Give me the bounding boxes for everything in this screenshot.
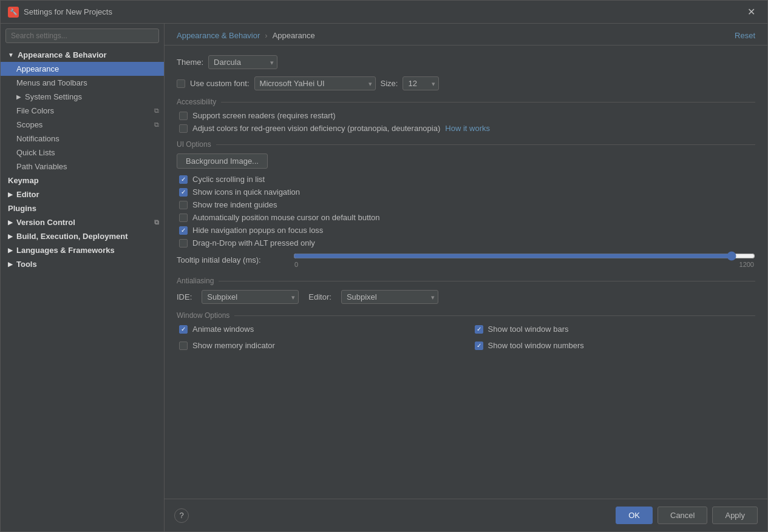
sidebar-item-editor[interactable]: ▶ Editor (1, 187, 164, 201)
hide-nav-popups-label: Hide navigation popups on focus loss (192, 226, 323, 235)
tooltip-label: Tooltip initial delay (ms): (177, 255, 286, 264)
sidebar-item-languages-frameworks[interactable]: ▶ Languages & Frameworks (1, 243, 164, 257)
show-tool-numbers-label: Show tool window numbers (488, 341, 584, 350)
font-dropdown[interactable]: Microsoft YaHei UI Arial Segoe UI (254, 76, 376, 90)
show-icons-nav-checkbox[interactable] (179, 188, 188, 197)
arrow-icon: ▶ (8, 233, 13, 240)
ide-dropdown-wrapper: Subpixel Greyscale No antialiasing (202, 290, 299, 304)
sidebar-item-system-settings[interactable]: ▶ System Settings (1, 90, 164, 104)
auto-mouse-label: Automatically position mouse cursor on d… (192, 213, 380, 222)
sidebar-item-scopes[interactable]: Scopes ⧉ (1, 118, 164, 132)
breadcrumb-separator: › (265, 31, 267, 40)
animate-windows-checkbox[interactable] (179, 325, 188, 334)
hide-nav-popups-row: Hide navigation popups on focus loss (177, 226, 755, 235)
show-icons-nav-label: Show icons in quick navigation (192, 187, 300, 197)
copy-icon: ⧉ (154, 218, 159, 226)
font-dropdown-wrapper: Microsoft YaHei UI Arial Segoe UI (254, 76, 376, 90)
ok-button[interactable]: OK (616, 507, 653, 524)
arrow-icon: ▶ (8, 261, 13, 268)
bottom-bar: ? OK Cancel Apply (165, 499, 767, 531)
sidebar-item-keymap[interactable]: Keymap (1, 173, 164, 187)
accessibility-section-label: Accessibility (177, 98, 755, 106)
help-button[interactable]: ? (174, 508, 189, 523)
panel-header: Appearance & Behavior › Appearance Reset (165, 24, 767, 45)
hide-nav-popups-checkbox[interactable] (179, 226, 188, 235)
editor-dropdown[interactable]: Subpixel Greyscale No antialiasing (341, 290, 438, 304)
drag-drop-alt-checkbox[interactable] (179, 239, 188, 247)
color-deficiency-checkbox[interactable] (179, 124, 188, 133)
main-window: 🔧 Settings for New Projects ✕ ▼ Appearan… (0, 0, 768, 532)
screen-readers-row: Support screen readers (requires restart… (177, 111, 755, 120)
color-deficiency-row: Adjust colors for red-green vision defic… (177, 124, 755, 133)
sidebar-item-build-execution[interactable]: ▶ Build, Execution, Deployment (1, 229, 164, 243)
cyclic-scroll-row: Cyclic scrolling in list (177, 175, 755, 184)
close-button[interactable]: ✕ (743, 4, 760, 20)
size-dropdown-wrapper: 12 10 11 13 14 (403, 76, 439, 90)
size-dropdown[interactable]: 12 10 11 13 14 (403, 76, 439, 90)
tooltip-slider-section: Tooltip initial delay (ms): 0 1200 (177, 251, 755, 268)
drag-drop-alt-label: Drag-n-Drop with ALT pressed only (192, 238, 315, 247)
cancel-button[interactable]: Cancel (658, 507, 707, 524)
how-it-works-link[interactable]: How it works (445, 124, 490, 133)
breadcrumb-parent[interactable]: Appearance & Behavior (177, 31, 260, 40)
window-title: Settings for New Projects (24, 7, 743, 16)
show-memory-row: Show memory indicator (177, 341, 460, 350)
tree-indent-checkbox[interactable] (179, 201, 188, 209)
show-memory-checkbox[interactable] (179, 342, 188, 350)
theme-row: Theme: Darcula IntelliJ High Contrast (177, 55, 755, 69)
sidebar: ▼ Appearance & Behavior Appearance Menus… (1, 24, 165, 531)
background-image-button[interactable]: Background Image... (177, 153, 268, 169)
search-input[interactable] (5, 29, 159, 43)
cyclic-scroll-label: Cyclic scrolling in list (192, 175, 265, 184)
tooltip-slider[interactable] (293, 251, 755, 261)
show-tool-bars-row: Show tool window bars (472, 325, 756, 334)
right-panel: Appearance & Behavior › Appearance Reset… (165, 24, 767, 531)
reset-button[interactable]: Reset (735, 31, 755, 40)
drag-drop-alt-row: Drag-n-Drop with ALT pressed only (177, 238, 755, 247)
sidebar-item-tools[interactable]: ▶ Tools (1, 257, 164, 271)
sidebar-item-appearance-behavior[interactable]: ▼ Appearance & Behavior (1, 48, 164, 62)
sidebar-item-plugins[interactable]: Plugins (1, 201, 164, 215)
sidebar-item-appearance[interactable]: Appearance (1, 62, 164, 76)
slider-ticks: 0 1200 (293, 261, 755, 268)
ide-dropdown[interactable]: Subpixel Greyscale No antialiasing (202, 290, 299, 304)
show-tool-bars-checkbox[interactable] (475, 325, 483, 334)
ui-options-section-label: UI Options (177, 140, 755, 149)
app-icon: 🔧 (8, 7, 19, 18)
animate-windows-row: Animate windows (177, 325, 460, 334)
auto-mouse-checkbox[interactable] (179, 214, 188, 222)
antialiasing-row: IDE: Subpixel Greyscale No antialiasing … (177, 290, 755, 304)
custom-font-checkbox[interactable] (177, 79, 185, 88)
show-tool-numbers-checkbox[interactable] (475, 342, 483, 350)
sidebar-item-path-variables[interactable]: Path Variables (1, 160, 164, 173)
breadcrumb-current: Appearance (273, 31, 315, 40)
screen-readers-label: Support screen readers (requires restart… (192, 111, 336, 120)
breadcrumb: Appearance & Behavior › Appearance (177, 31, 735, 40)
sidebar-item-version-control[interactable]: ▶ Version Control ⧉ (1, 215, 164, 229)
copy-icon: ⧉ (154, 107, 159, 115)
window-options-grid: Animate windows Show tool window bars Sh… (177, 325, 755, 354)
sidebar-item-file-colors[interactable]: File Colors ⧉ (1, 104, 164, 118)
main-content: ▼ Appearance & Behavior Appearance Menus… (1, 24, 767, 531)
screen-readers-checkbox[interactable] (179, 112, 188, 120)
arrow-icon: ▼ (8, 52, 14, 58)
animate-windows-label: Animate windows (192, 325, 254, 334)
sidebar-item-quick-lists[interactable]: Quick Lists (1, 146, 164, 160)
custom-font-row: Use custom font: Microsoft YaHei UI Aria… (177, 76, 755, 90)
theme-label: Theme: (177, 58, 203, 67)
arrow-icon: ▶ (16, 93, 21, 100)
theme-dropdown[interactable]: Darcula IntelliJ High Contrast (208, 55, 277, 69)
panel-body: Theme: Darcula IntelliJ High Contrast Us… (165, 45, 767, 499)
ide-label: IDE: (177, 292, 192, 301)
auto-mouse-row: Automatically position mouse cursor on d… (177, 213, 755, 222)
sidebar-item-notifications[interactable]: Notifications (1, 132, 164, 146)
background-image-row: Background Image... (177, 153, 755, 169)
tree-indent-row: Show tree indent guides (177, 200, 755, 209)
sidebar-item-menus-toolbars[interactable]: Menus and Toolbars (1, 76, 164, 90)
show-icons-nav-row: Show icons in quick navigation (177, 187, 755, 197)
tree-indent-label: Show tree indent guides (192, 200, 277, 209)
cyclic-scroll-checkbox[interactable] (179, 175, 188, 184)
apply-button[interactable]: Apply (712, 507, 758, 524)
arrow-icon: ▶ (8, 191, 13, 198)
custom-font-label: Use custom font: (190, 79, 250, 88)
